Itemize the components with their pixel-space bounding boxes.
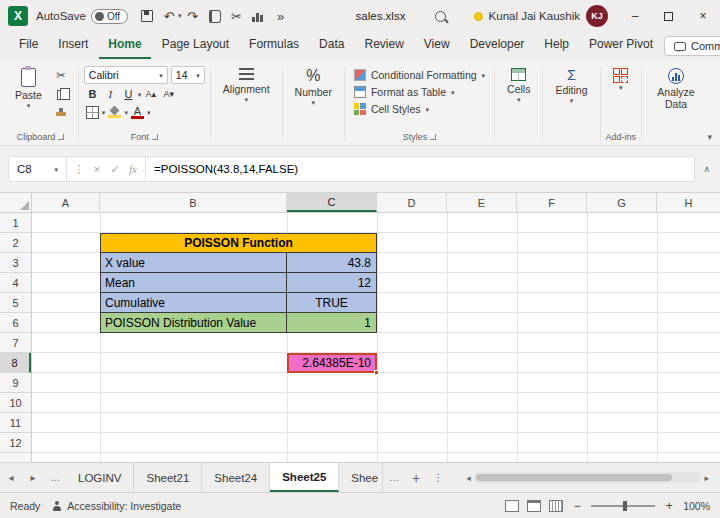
redo-button[interactable]: ↷ xyxy=(182,5,204,27)
chart-quick-button[interactable] xyxy=(248,5,270,27)
tab-formulas[interactable]: Formulas xyxy=(240,33,308,59)
more-sheets-icon[interactable]: … xyxy=(383,463,405,492)
cells-button[interactable]: Cells ▾ xyxy=(500,64,537,104)
maximize-button[interactable] xyxy=(652,0,686,32)
undo-button[interactable]: ↶ xyxy=(158,5,180,27)
zoom-slider[interactable] xyxy=(591,505,655,507)
sheet-tab-loginv[interactable]: LOGINV xyxy=(66,463,134,492)
scrollbar-track[interactable] xyxy=(474,472,702,483)
italic-button[interactable]: I xyxy=(102,86,119,102)
column-header-a[interactable]: A xyxy=(32,193,100,212)
cells-area[interactable]: POISSON Function X value 43.8 Mean 12 Cu… xyxy=(32,213,720,462)
close-button[interactable]: × xyxy=(686,0,720,32)
number-button[interactable]: % Number ▾ xyxy=(288,64,339,107)
font-color-caret-icon[interactable]: ▾ xyxy=(147,110,151,115)
autosave-toggle[interactable]: AutoSave Off xyxy=(36,9,128,24)
tab-insert[interactable]: Insert xyxy=(49,33,97,59)
active-cell-c8[interactable]: 2.64385E-10 xyxy=(287,353,377,373)
zoom-in-button[interactable]: + xyxy=(663,499,675,513)
format-painter-button[interactable] xyxy=(51,105,71,122)
select-all-corner[interactable] xyxy=(0,193,32,213)
bold-button[interactable]: B xyxy=(84,86,101,102)
row-header-7[interactable]: 7 xyxy=(0,333,31,353)
normal-view-button[interactable] xyxy=(505,500,519,512)
page-layout-view-button[interactable] xyxy=(527,500,541,512)
fill-caret-icon[interactable]: ▾ xyxy=(124,110,128,115)
addins-button[interactable]: ▾ xyxy=(606,64,637,92)
font-color-button[interactable]: A xyxy=(129,104,146,120)
sheet-nav-right-icon[interactable]: ▸ xyxy=(22,463,44,492)
row-header-2[interactable]: 2 xyxy=(0,233,31,253)
all-sheets-icon[interactable]: … xyxy=(44,463,66,492)
avatar[interactable]: KJ xyxy=(586,5,608,27)
row-header-5[interactable]: 5 xyxy=(0,293,31,313)
conditional-formatting-button[interactable]: Conditional Formatting ▾ xyxy=(350,67,489,83)
borders-caret-icon[interactable]: ▾ xyxy=(102,110,106,115)
horizontal-scrollbar[interactable]: ◂ ▸ xyxy=(463,470,712,485)
analyze-data-button[interactable]: Analyze Data xyxy=(647,64,705,112)
row-header-8[interactable]: 8 xyxy=(0,353,31,373)
underline-button[interactable]: U xyxy=(120,86,137,102)
scroll-right-icon[interactable]: ▸ xyxy=(701,473,712,483)
tab-data[interactable]: Data xyxy=(310,33,353,59)
name-box[interactable]: C8 ▾ xyxy=(9,157,67,181)
font-size-select[interactable]: 14▾ xyxy=(171,66,205,84)
tab-file[interactable]: File xyxy=(10,33,47,59)
tab-home[interactable]: Home xyxy=(99,33,150,59)
cell-b3[interactable]: X value xyxy=(100,253,287,273)
row-header-9[interactable]: 9 xyxy=(0,373,31,393)
row-header-3[interactable]: 3 xyxy=(0,253,31,273)
column-header-c[interactable]: C xyxy=(287,193,377,212)
scrollbar-thumb[interactable] xyxy=(476,474,672,481)
spreadsheet-grid[interactable]: A B C D E F G H 1 2 3 4 5 6 7 8 9 10 11 … xyxy=(0,192,720,462)
insert-function-icon[interactable]: fx xyxy=(125,163,141,175)
sheet-tab-clipped[interactable]: Shee xyxy=(339,463,383,492)
sheet-tab-sheet24[interactable]: Sheet24 xyxy=(202,463,270,492)
cut-button[interactable]: ✂ xyxy=(51,67,71,84)
format-as-table-button[interactable]: Format as Table ▾ xyxy=(350,84,489,100)
tab-view[interactable]: View xyxy=(415,33,459,59)
fill-handle[interactable] xyxy=(374,370,379,375)
collapse-ribbon-icon[interactable]: ▾ xyxy=(707,132,712,142)
autosave-pill[interactable]: Off xyxy=(91,9,128,24)
sheet-options-icon[interactable]: ⋮ xyxy=(427,463,449,492)
shrink-font-button[interactable]: A▾ xyxy=(160,86,177,102)
tab-help[interactable]: Help xyxy=(535,33,578,59)
row-header-4[interactable]: 4 xyxy=(0,273,31,293)
cell-c6[interactable]: 1 xyxy=(287,313,377,333)
font-name-select[interactable]: Calibri▾ xyxy=(84,66,168,84)
comments-button[interactable]: Comments ▾ xyxy=(664,36,720,56)
copy-button[interactable] xyxy=(51,86,71,103)
row-header-11[interactable]: 11 xyxy=(0,413,31,433)
tab-developer[interactable]: Developer xyxy=(461,33,534,59)
tab-page-layout[interactable]: Page Layout xyxy=(153,33,238,59)
cell-c5[interactable]: TRUE xyxy=(287,293,377,313)
document-title[interactable]: sales.xlsx xyxy=(356,10,406,22)
confirm-entry-icon[interactable]: ✓ xyxy=(107,163,123,176)
alignment-button[interactable]: Alignment ▾ xyxy=(216,64,277,104)
column-header-d[interactable]: D xyxy=(377,193,447,212)
paste-button[interactable]: Paste ▾ xyxy=(8,64,49,110)
zoom-level[interactable]: 100% xyxy=(683,500,710,512)
table-title-cell[interactable]: POISSON Function xyxy=(100,233,377,253)
minimize-button[interactable]: – xyxy=(618,0,652,32)
row-header-1[interactable]: 1 xyxy=(0,213,31,233)
grow-font-button[interactable]: A▴ xyxy=(142,86,159,102)
cell-b6[interactable]: POISSON Distribution Value xyxy=(100,313,287,333)
column-header-e[interactable]: E xyxy=(447,193,517,212)
scroll-left-icon[interactable]: ◂ xyxy=(463,473,474,483)
cell-c4[interactable]: 12 xyxy=(287,273,377,293)
underline-caret-icon[interactable]: ▾ xyxy=(138,92,142,97)
clipboard-dialog-launcher[interactable] xyxy=(58,134,64,140)
tab-review[interactable]: Review xyxy=(355,33,412,59)
borders-button[interactable] xyxy=(84,104,101,120)
sheet-tab-sheet21[interactable]: Sheet21 xyxy=(134,463,202,492)
cut-quick-button[interactable]: ✂ xyxy=(226,5,248,27)
cell-c3[interactable]: 43.8 xyxy=(287,253,377,273)
save-button[interactable] xyxy=(136,5,158,27)
page-break-view-button[interactable] xyxy=(549,500,563,512)
formula-input[interactable]: =POISSON(43.8,14,FALSE) xyxy=(146,163,306,175)
cell-b5[interactable]: Cumulative xyxy=(100,293,287,313)
expand-formula-bar-icon[interactable]: ∧ xyxy=(701,164,712,174)
zoom-out-button[interactable]: − xyxy=(571,499,583,513)
